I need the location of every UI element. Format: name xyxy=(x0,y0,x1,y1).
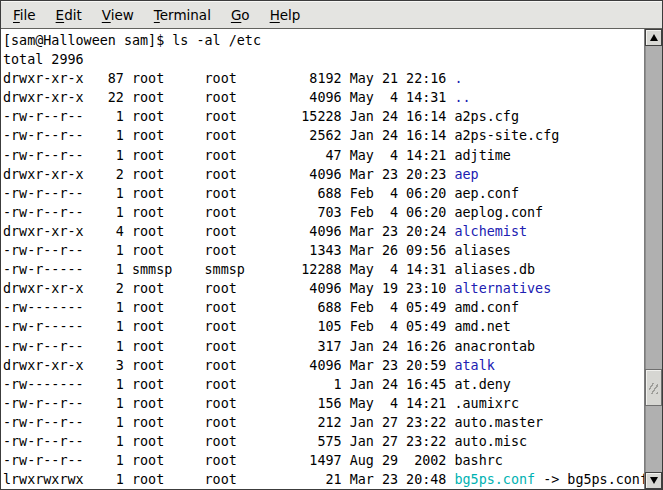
terminal-text: -rw------- 1 root root 1 Jan 24 16:45 xyxy=(3,377,454,392)
terminal-text: drwxr-xr-x 3 root root 4096 Mar 23 20:59 xyxy=(3,358,454,373)
terminal-text: -rw-r--r-- 1 root root 47 May 4 14:21 xyxy=(3,148,454,163)
directory-name: aep xyxy=(454,167,478,182)
menu-terminal[interactable]: Terminal xyxy=(144,3,221,27)
terminal-text: amd.net xyxy=(454,319,510,334)
terminal-line: drwxr-xr-x 87 root root 8192 May 21 22:1… xyxy=(3,69,644,88)
terminal-line: -rw------- 1 root root 1 Jan 24 16:45 at… xyxy=(3,375,644,394)
scroll-up-button[interactable] xyxy=(645,29,662,46)
down-arrow-icon xyxy=(650,477,658,484)
terminal-text: -rw-r--r-- 1 root root 703 Feb 4 06:20 xyxy=(3,205,454,220)
terminal-line: drwxr-xr-x 2 root root 4096 Mar 23 20:23… xyxy=(3,165,644,184)
menu-help[interactable]: Help xyxy=(260,3,311,27)
menu-edit[interactable]: Edit xyxy=(46,3,92,27)
terminal-body: [sam@Halloween sam]$ ls -al /etctotal 29… xyxy=(1,29,662,489)
terminal-line: -rw-r----- 1 root root 105 Feb 4 05:49 a… xyxy=(3,317,644,336)
terminal-line: drwxr-xr-x 22 root root 4096 May 4 14:31… xyxy=(3,88,644,107)
terminal-text: drwxr-xr-x 87 root root 8192 May 21 22:1… xyxy=(3,71,454,86)
terminal-line: -rw-r--r-- 1 root root 1343 Mar 26 09:56… xyxy=(3,241,644,260)
terminal-line: -rw-r----- 1 smmsp smmsp 12288 May 4 14:… xyxy=(3,260,644,279)
terminal-text: -rw-r--r-- 1 root root 575 Jan 27 23:22 xyxy=(3,434,454,449)
terminal-text: auto.misc xyxy=(454,434,527,449)
terminal-text: -rw-r--r-- 1 root root 2562 Jan 24 16:14 xyxy=(3,128,454,143)
scrollbar[interactable] xyxy=(644,29,662,489)
terminal-line: -rw-r--r-- 1 root root 212 Jan 27 23:22 … xyxy=(3,413,644,432)
terminal-text: -rw-r----- 1 root root 105 Feb 4 05:49 xyxy=(3,319,454,334)
terminal-text: drwxr-xr-x 4 root root 4096 Mar 23 20:24 xyxy=(3,224,454,239)
terminal-text: lrwxrwxrwx 1 root root 21 Mar 23 20:48 xyxy=(3,472,454,487)
symlink-name: bg5ps.conf xyxy=(454,472,535,487)
scroll-down-button[interactable] xyxy=(645,472,662,489)
terminal-text: amd.conf xyxy=(454,300,519,315)
menu-bar: FileEditViewTerminalGoHelp xyxy=(1,1,662,29)
terminal-text: -rw------- 1 root root 688 Feb 4 05:49 xyxy=(3,300,454,315)
total-line: total 2996 xyxy=(3,50,644,69)
terminal-text: -> bg5ps.conf xyxy=(535,472,644,487)
scrollbar-trough[interactable] xyxy=(645,46,662,472)
terminal-line: -rw-r--r-- 1 root root 703 Feb 4 06:20 a… xyxy=(3,203,644,222)
terminal-line: -rw-r--r-- 1 root root 2562 Jan 24 16:14… xyxy=(3,126,644,145)
terminal-text: aep.conf xyxy=(454,186,519,201)
terminal-window: FileEditViewTerminalGoHelp [sam@Hallowee… xyxy=(0,0,663,490)
terminal-line: -rw-r--r-- 1 root root 156 May 4 14:21 .… xyxy=(3,394,644,413)
terminal-line: -rw-r--r-- 1 root root 317 Jan 24 16:26 … xyxy=(3,337,644,356)
terminal-text: total 2996 xyxy=(3,52,84,67)
directory-name: . xyxy=(454,71,462,86)
terminal-text: -rw-r--r-- 1 root root 1497 Aug 29 2002 xyxy=(3,453,454,468)
terminal-text: -rw-r--r-- 1 root root 1343 Mar 26 09:56 xyxy=(3,243,454,258)
terminal-text: auto.master xyxy=(454,415,543,430)
terminal-line: -rw-r--r-- 1 root root 1497 Aug 29 2002 … xyxy=(3,451,644,470)
terminal-text: at.deny xyxy=(454,377,510,392)
terminal-text: a2ps.cfg xyxy=(454,109,519,124)
terminal-text: [sam@Halloween sam]$ ls -al /etc xyxy=(3,33,261,48)
terminal-line: drwxr-xr-x 4 root root 4096 Mar 23 20:24… xyxy=(3,222,644,241)
terminal-text: -rw-r----- 1 smmsp smmsp 12288 May 4 14:… xyxy=(3,262,454,277)
terminal-text: -rw-r--r-- 1 root root 15228 Jan 24 16:1… xyxy=(3,109,454,124)
terminal-line: -rw-r--r-- 1 root root 47 May 4 14:21 ad… xyxy=(3,146,644,165)
terminal-text: anacrontab xyxy=(454,339,535,354)
directory-name: atalk xyxy=(454,358,494,373)
terminal-line: -rw-r--r-- 1 root root 575 Jan 27 23:22 … xyxy=(3,432,644,451)
terminal-text: -rw-r--r-- 1 root root 688 Feb 4 06:20 xyxy=(3,186,454,201)
terminal-text: a2ps-site.cfg xyxy=(454,128,559,143)
directory-name: alchemist xyxy=(454,224,527,239)
directory-name: alternatives xyxy=(454,281,551,296)
terminal-line: lrwxrwxrwx 1 root root 21 Mar 23 20:48 b… xyxy=(3,470,644,489)
terminal-line: drwxr-xr-x 2 root root 4096 May 19 23:10… xyxy=(3,279,644,298)
terminal-line: -rw-r--r-- 1 root root 688 Feb 4 06:20 a… xyxy=(3,184,644,203)
terminal-text: aliases.db xyxy=(454,262,535,277)
terminal-line: -rw------- 1 root root 688 Feb 4 05:49 a… xyxy=(3,298,644,317)
up-arrow-icon xyxy=(650,34,658,41)
terminal-text: bashrc xyxy=(454,453,502,468)
terminal-text: aliases xyxy=(454,243,510,258)
terminal-text: drwxr-xr-x 2 root root 4096 May 19 23:10 xyxy=(3,281,454,296)
terminal-text: aeplog.conf xyxy=(454,205,543,220)
terminal-screen[interactable]: [sam@Halloween sam]$ ls -al /etctotal 29… xyxy=(1,29,644,489)
terminal-text: drwxr-xr-x 2 root root 4096 Mar 23 20:23 xyxy=(3,167,454,182)
terminal-text: drwxr-xr-x 22 root root 4096 May 4 14:31 xyxy=(3,90,454,105)
menu-view[interactable]: View xyxy=(92,3,144,27)
menu-go[interactable]: Go xyxy=(221,3,260,27)
terminal-text: adjtime xyxy=(454,148,510,163)
terminal-text: .aumixrc xyxy=(454,396,519,411)
terminal-text: -rw-r--r-- 1 root root 317 Jan 24 16:26 xyxy=(3,339,454,354)
prompt-line: [sam@Halloween sam]$ ls -al /etc xyxy=(3,31,644,50)
menu-file[interactable]: File xyxy=(3,3,46,27)
terminal-line: -rw-r--r-- 1 root root 15228 Jan 24 16:1… xyxy=(3,107,644,126)
terminal-line: drwxr-xr-x 3 root root 4096 Mar 23 20:59… xyxy=(3,356,644,375)
scrollbar-thumb[interactable] xyxy=(645,369,662,406)
directory-name: .. xyxy=(454,90,470,105)
terminal-text: -rw-r--r-- 1 root root 156 May 4 14:21 xyxy=(3,396,454,411)
terminal-text: -rw-r--r-- 1 root root 212 Jan 27 23:22 xyxy=(3,415,454,430)
